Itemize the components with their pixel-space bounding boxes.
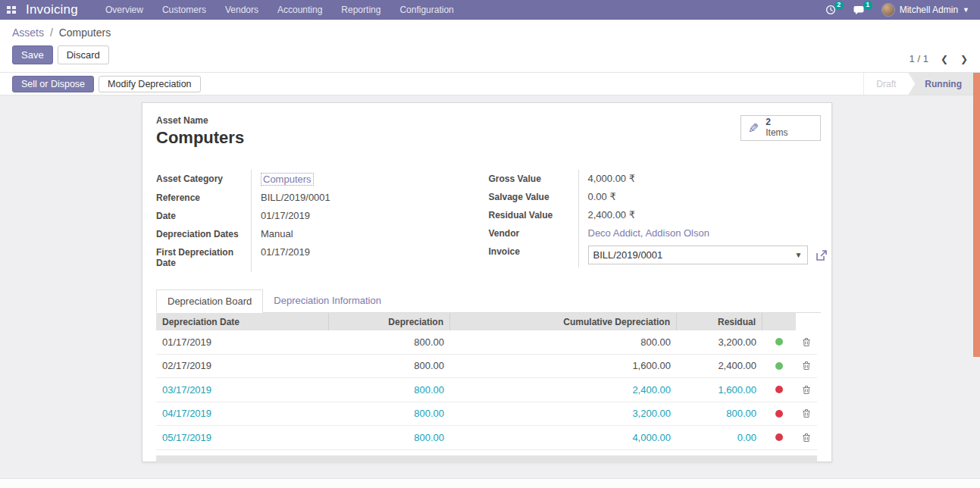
menu-configuration[interactable]: Configuration xyxy=(399,5,453,15)
column-residual[interactable]: Residual xyxy=(677,313,762,330)
items-count: 2 xyxy=(766,117,787,128)
invoice-label: Invoice xyxy=(489,242,578,267)
table-row[interactable]: 03/17/2019 800.00 2,400.00 1,600.00 xyxy=(156,378,817,402)
sell-or-dispose-button[interactable]: Sell or Dispose xyxy=(12,76,94,92)
cell-cumulative: 4,000.00 xyxy=(450,432,677,443)
posted-status-dot xyxy=(775,338,783,346)
cell-residual: 2,400.00 xyxy=(677,360,762,371)
table-row[interactable]: 01/17/2019 800.00 800.00 3,200.00 xyxy=(156,330,817,355)
tab-depreciation-information[interactable]: Depreciation Information xyxy=(263,289,392,312)
apps-menu-icon[interactable] xyxy=(0,0,23,20)
vertical-scrollbar-thumb[interactable] xyxy=(973,73,980,357)
residual-value-field[interactable]: 2,400.00 ₹ xyxy=(578,206,828,224)
table-row[interactable]: 02/17/2019 800.00 1,600.00 2,400.00 xyxy=(156,355,817,379)
items-stat-button[interactable]: ✎ 2 Items xyxy=(740,115,821,141)
column-depreciation[interactable]: Depreciation xyxy=(329,313,450,330)
cell-date: 03/17/2019 xyxy=(156,384,329,396)
bottom-strip xyxy=(0,478,980,488)
menu-vendors[interactable]: Vendors xyxy=(225,5,258,15)
cell-residual: 1,600.00 xyxy=(677,384,762,396)
discard-button[interactable]: Discard xyxy=(58,45,109,64)
depreciation-table: Depreciation Date Depreciation Cumulativ… xyxy=(156,313,817,463)
messages-icon[interactable]: 1 xyxy=(853,4,866,16)
cell-depreciation: 800.00 xyxy=(329,432,450,443)
modify-depreciation-button[interactable]: Modify Depreciation xyxy=(99,76,200,92)
gross-value-field[interactable]: 4,000.00 ₹ xyxy=(578,170,828,188)
save-button[interactable]: Save xyxy=(12,45,53,64)
menu-reporting[interactable]: Reporting xyxy=(341,5,380,15)
pager-previous-icon[interactable]: ❮ xyxy=(941,54,948,64)
first-depreciation-date-label: First Depreciation Date xyxy=(156,243,251,272)
delete-row-icon[interactable] xyxy=(796,361,817,371)
cell-cumulative: 1,600.00 xyxy=(450,360,677,371)
table-footer-strip xyxy=(156,455,817,463)
depreciation-dates-field[interactable]: Manual xyxy=(251,225,489,243)
table-row[interactable]: 04/17/2019 800.00 3,200.00 800.00 xyxy=(156,402,817,427)
first-depreciation-date-field[interactable]: 01/17/2019 xyxy=(251,243,489,272)
reference-label: Reference xyxy=(156,189,251,207)
user-menu[interactable]: Mitchell Admin ▼ xyxy=(881,3,969,17)
field-group-left: Asset Category Computers Reference BILL/… xyxy=(156,170,489,272)
form-statusbar: Sell or Dispose Modify Depreciation Draf… xyxy=(0,73,980,95)
vendor-field[interactable]: Deco Addict, Addison Olson xyxy=(588,227,709,239)
state-widget: Draft Running xyxy=(863,73,980,95)
activities-badge: 2 xyxy=(834,1,844,10)
messages-badge: 1 xyxy=(863,1,872,10)
column-delete xyxy=(796,313,817,330)
menu-customers[interactable]: Customers xyxy=(162,5,206,15)
menu-overview[interactable]: Overview xyxy=(105,5,143,15)
cell-date: 01/17/2019 xyxy=(156,336,329,348)
chevron-down-icon: ▼ xyxy=(963,6,969,14)
user-name: Mitchell Admin xyxy=(900,5,958,15)
state-running[interactable]: Running xyxy=(908,73,980,95)
cell-residual: 3,200.00 xyxy=(677,336,762,348)
breadcrumb-assets-link[interactable]: Assets xyxy=(12,27,44,39)
breadcrumb-separator: / xyxy=(50,27,53,39)
delete-row-icon[interactable] xyxy=(796,385,817,395)
delete-row-icon[interactable] xyxy=(796,408,817,418)
notebook: Depreciation Board Depreciation Informat… xyxy=(156,289,821,463)
external-link-icon[interactable] xyxy=(816,249,828,261)
table-row[interactable]: 05/17/2019 800.00 4,000.00 0.00 xyxy=(156,426,817,450)
cell-date: 05/17/2019 xyxy=(156,432,329,443)
reference-field[interactable]: BILL/2019/0001 xyxy=(251,189,489,207)
asset-name-label: Asset Name xyxy=(156,115,244,126)
asset-category-field[interactable]: Computers xyxy=(261,173,314,186)
date-field[interactable]: 01/17/2019 xyxy=(251,207,489,225)
depreciation-dates-label: Depreciation Dates xyxy=(156,225,251,243)
table-header-row: Depreciation Date Depreciation Cumulativ… xyxy=(156,313,817,330)
cell-depreciation: 800.00 xyxy=(329,360,450,371)
app-title[interactable]: Invoicing xyxy=(26,2,78,17)
cell-date: 04/17/2019 xyxy=(156,408,329,419)
state-draft[interactable]: Draft xyxy=(864,73,908,95)
column-depreciation-date[interactable]: Depreciation Date xyxy=(156,313,329,330)
control-panel: Assets / Computers Save Discard 1 / 1 ❮ … xyxy=(0,20,980,73)
cell-residual: 0.00 xyxy=(677,432,762,443)
delete-row-icon[interactable] xyxy=(796,337,817,347)
pager-next-icon[interactable]: ❯ xyxy=(960,54,968,64)
asset-form-sheet: Asset Name Computers ✎ 2 Items Asset Cat… xyxy=(142,102,832,462)
dropdown-caret-icon: ▼ xyxy=(795,251,803,259)
tab-depreciation-board[interactable]: Depreciation Board xyxy=(156,289,263,313)
breadcrumb: Assets / Computers xyxy=(12,27,968,39)
cell-cumulative: 800.00 xyxy=(450,336,677,348)
column-cumulative-depreciation[interactable]: Cumulative Depreciation xyxy=(450,313,677,330)
residual-value-label: Residual Value xyxy=(489,206,578,224)
asset-name-field[interactable]: Computers xyxy=(156,128,244,148)
delete-row-icon[interactable] xyxy=(796,433,817,443)
posted-status-dot xyxy=(775,362,783,370)
cell-depreciation: 800.00 xyxy=(329,384,450,396)
top-navbar: Invoicing Overview Customers Vendors Acc… xyxy=(0,0,980,20)
cell-date: 02/17/2019 xyxy=(156,360,329,371)
content-area: Asset Name Computers ✎ 2 Items Asset Cat… xyxy=(0,95,980,478)
activities-icon[interactable]: 2 xyxy=(824,4,838,16)
vendor-label: Vendor xyxy=(489,224,578,242)
cell-cumulative: 3,200.00 xyxy=(450,408,677,419)
salvage-value-label: Salvage Value xyxy=(489,188,578,206)
salvage-value-field[interactable]: 0.00 ₹ xyxy=(578,188,828,206)
menu-accounting[interactable]: Accounting xyxy=(277,5,322,15)
cell-depreciation: 800.00 xyxy=(329,408,450,419)
invoice-combobox[interactable]: BILL/2019/0001 ▼ xyxy=(588,246,808,264)
date-label: Date xyxy=(156,207,251,225)
avatar xyxy=(881,3,895,17)
